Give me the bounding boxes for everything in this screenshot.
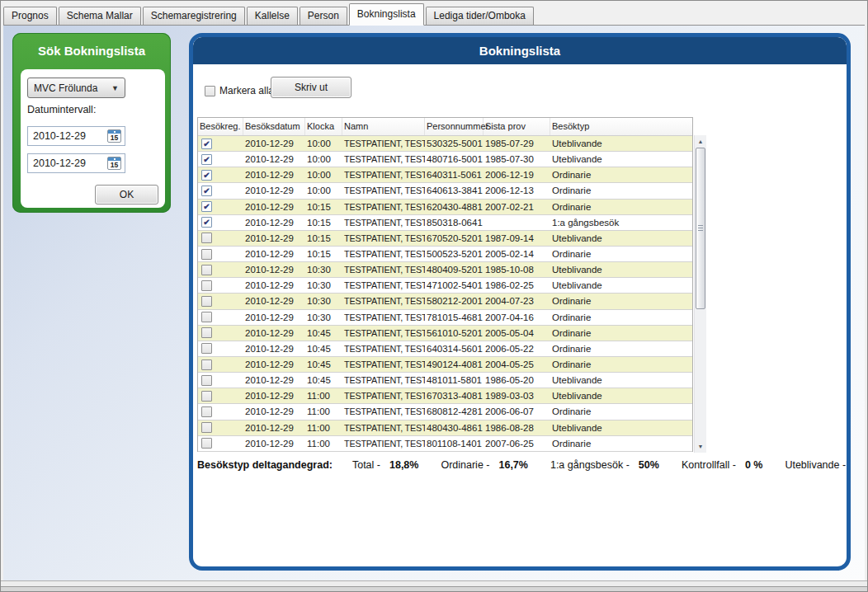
table-row[interactable]: 2010-12-2910:15TESTPATIENT, TESTA670520-… bbox=[198, 231, 692, 247]
calendar-icon[interactable]: 15 bbox=[107, 157, 121, 170]
row-checkbox[interactable] bbox=[201, 201, 212, 212]
clinic-dropdown[interactable]: MVC Frölunda ▼ bbox=[27, 78, 125, 98]
row-checkbox[interactable] bbox=[201, 139, 212, 149]
table-row[interactable]: 2010-12-2911:00TESTPATIENT, TESTA480430-… bbox=[198, 421, 692, 436]
table-row[interactable]: 2010-12-2910:00TESTPATIENT, TESTA640613-… bbox=[198, 183, 692, 199]
table-row[interactable]: 2010-12-2911:00TESTPATIENT, TESTA670313-… bbox=[198, 388, 692, 404]
summary-item: Ordinarie -16,7% bbox=[441, 459, 528, 471]
cell-klocka: 11:00 bbox=[305, 406, 342, 416]
cell-personnummer: 640311-5061 bbox=[425, 170, 484, 180]
row-checkbox[interactable] bbox=[201, 186, 212, 196]
tab-bokningslista[interactable]: Bokningslista bbox=[349, 3, 424, 26]
row-checkbox[interactable] bbox=[201, 327, 212, 338]
calendar-icon[interactable]: 15 bbox=[107, 129, 121, 143]
tab-kallelse[interactable]: Kallelse bbox=[247, 7, 298, 25]
cell-sista-prov: 1985-10-08 bbox=[484, 265, 550, 275]
cell-klocka: 10:30 bbox=[305, 296, 342, 306]
cell-klocka: 10:00 bbox=[305, 186, 342, 195]
tab-schemaregistrering[interactable]: Schemaregistrering bbox=[143, 7, 245, 25]
row-checkbox[interactable] bbox=[201, 422, 212, 433]
row-checkbox[interactable] bbox=[201, 170, 212, 181]
date-from-field[interactable]: 2010-12-29 15 bbox=[27, 126, 125, 146]
content-area: Sök Bokningslista MVC Frölunda ▼ Datumin… bbox=[3, 26, 865, 580]
booking-list-panel: Bokningslista Markera alla Skriv ut Besö… bbox=[189, 33, 851, 571]
select-all-group[interactable]: Markera alla bbox=[205, 85, 274, 96]
cell-personnummer: 640314-5601 bbox=[425, 344, 484, 354]
cell-besokreg bbox=[198, 343, 243, 354]
scroll-up-icon[interactable]: ▲ bbox=[695, 135, 706, 148]
cell-personnummer: 480716-5001 bbox=[425, 154, 484, 164]
row-checkbox[interactable] bbox=[201, 375, 212, 386]
row-checkbox[interactable] bbox=[201, 233, 212, 243]
cell-sista-prov: 1985-07-29 bbox=[484, 139, 550, 148]
table-row[interactable]: 2010-12-2910:15TESTPATIENT, TESTA620430-… bbox=[198, 200, 692, 215]
cell-sista-prov: 2005-02-14 bbox=[484, 249, 550, 259]
row-checkbox[interactable] bbox=[201, 391, 212, 402]
column-header[interactable]: Personnummer bbox=[425, 118, 484, 135]
table-row[interactable]: 2010-12-2910:30TESTPATIENT, TESTA471002-… bbox=[198, 278, 692, 294]
cell-besoksdatum: 2010-12-29 bbox=[243, 391, 305, 401]
table-row[interactable]: 2010-12-2911:00TESTPATIENT, TESTA801108-… bbox=[198, 436, 692, 452]
vertical-scrollbar[interactable]: ▲ ▼ bbox=[694, 135, 706, 453]
row-checkbox[interactable] bbox=[201, 154, 212, 165]
cell-besoktyp: Ordinarie bbox=[550, 328, 692, 338]
row-checkbox[interactable] bbox=[201, 343, 212, 354]
cell-klocka: 10:00 bbox=[305, 139, 342, 148]
date-to-field[interactable]: 2010-12-29 15 bbox=[27, 153, 125, 173]
column-header[interactable]: Klocka bbox=[305, 118, 342, 135]
column-header[interactable]: Besöksdatum bbox=[243, 118, 305, 135]
select-all-checkbox[interactable] bbox=[205, 86, 215, 96]
cell-besokreg bbox=[198, 154, 243, 165]
table-row[interactable]: 2010-12-2910:15TESTPATIENT, TESTA850318-… bbox=[198, 215, 692, 231]
row-checkbox[interactable] bbox=[201, 312, 212, 322]
row-checkbox[interactable] bbox=[201, 217, 212, 228]
cell-sista-prov: 1986-08-28 bbox=[484, 423, 550, 433]
row-checkbox[interactable] bbox=[201, 296, 212, 307]
ok-button[interactable]: OK bbox=[95, 185, 158, 204]
row-checkbox[interactable] bbox=[201, 265, 212, 275]
table-row[interactable]: 2010-12-2910:45TESTPATIENT, TESTA640314-… bbox=[198, 341, 692, 357]
cell-besokreg bbox=[198, 296, 243, 307]
cell-besokreg bbox=[198, 312, 243, 322]
table-row[interactable]: 2010-12-2911:00TESTPATIENT, TESTA680812-… bbox=[198, 404, 692, 420]
tab-prognos[interactable]: Prognos bbox=[3, 7, 57, 25]
date-to-value: 2010-12-29 bbox=[33, 157, 86, 169]
table-row[interactable]: 2010-12-2910:30TESTPATIENT, TESTA781015-… bbox=[198, 310, 692, 326]
table-row[interactable]: 2010-12-2910:30TESTPATIENT, TESTA480409-… bbox=[198, 262, 692, 278]
table-row[interactable]: 2010-12-2910:15TESTPATIENT, TESTA500523-… bbox=[198, 247, 692, 262]
scrollbar-thumb[interactable] bbox=[696, 148, 705, 309]
cell-klocka: 11:00 bbox=[305, 391, 342, 401]
column-header[interactable]: Besöktyp bbox=[550, 118, 692, 135]
cell-besoktyp: Ordinarie bbox=[550, 296, 692, 306]
scrollbar-grip-icon bbox=[698, 225, 703, 232]
table-row[interactable]: 2010-12-2910:00TESTPATIENT, TESTA480716-… bbox=[198, 152, 692, 167]
cell-besoksdatum: 2010-12-29 bbox=[243, 423, 305, 433]
row-checkbox[interactable] bbox=[201, 406, 212, 417]
row-checkbox[interactable] bbox=[201, 359, 212, 370]
column-header[interactable]: Namn bbox=[342, 118, 425, 135]
row-checkbox[interactable] bbox=[201, 249, 212, 260]
row-checkbox[interactable] bbox=[201, 438, 212, 449]
summary-item-value: 50% bbox=[639, 459, 659, 471]
tab-lediga-tider-omboka[interactable]: Lediga tider/Omboka bbox=[426, 7, 534, 25]
clinic-dropdown-value: MVC Frölunda bbox=[34, 82, 97, 94]
table-row[interactable]: 2010-12-2910:00TESTPATIENT, TESTA530325-… bbox=[198, 136, 692, 152]
cell-personnummer: 500523-5201 bbox=[425, 249, 484, 259]
table-row[interactable]: 2010-12-2910:45TESTPATIENT, TESTA490124-… bbox=[198, 357, 692, 373]
cell-besoksdatum: 2010-12-29 bbox=[243, 296, 305, 306]
table-row[interactable]: 2010-12-2910:30TESTPATIENT, TESTA580212-… bbox=[198, 294, 692, 309]
print-button[interactable]: Skriv ut bbox=[271, 77, 351, 98]
cell-besokreg bbox=[198, 217, 243, 228]
tab-schema-mallar[interactable]: Schema Mallar bbox=[59, 7, 141, 25]
tab-person[interactable]: Person bbox=[300, 7, 347, 25]
column-header[interactable]: Besökreg. bbox=[198, 118, 243, 135]
participation-summary: Besökstyp deltagandegrad: Total -18,8%Or… bbox=[197, 459, 851, 471]
cell-besoktyp: Uteblivande bbox=[550, 233, 692, 243]
column-header[interactable]: Sista prov bbox=[484, 118, 550, 135]
table-row[interactable]: 2010-12-2910:45TESTPATIENT, TESTA481011-… bbox=[198, 373, 692, 388]
table-row[interactable]: 2010-12-2910:00TESTPATIENT, TESTA640311-… bbox=[198, 167, 692, 183]
table-row[interactable]: 2010-12-2910:45TESTPATIENT, TESTA561010-… bbox=[198, 326, 692, 341]
cell-klocka: 10:15 bbox=[305, 249, 342, 259]
row-checkbox[interactable] bbox=[201, 280, 212, 291]
scroll-down-icon[interactable]: ▼ bbox=[695, 440, 706, 453]
